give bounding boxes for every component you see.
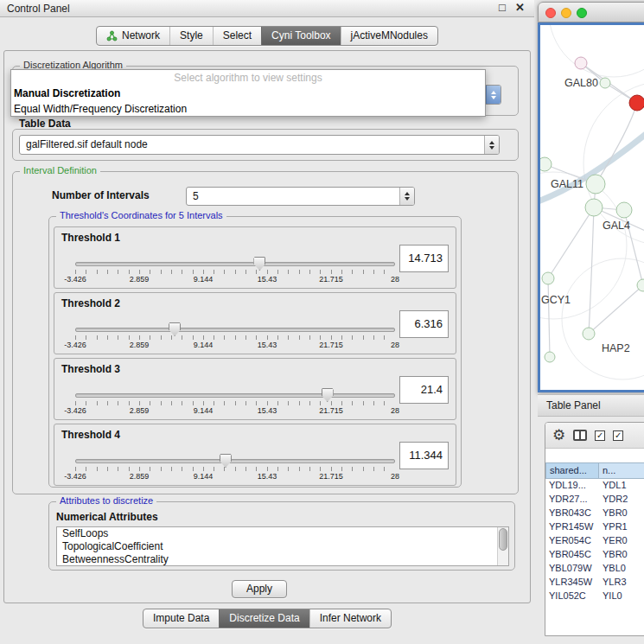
column-header-name[interactable]: n...	[599, 462, 644, 479]
number-of-intervals-value: 5	[193, 188, 199, 206]
control-panel-titlebar: Control Panel □ ✕	[0, 0, 534, 17]
tab-label: Discretize Data	[229, 609, 299, 628]
node-labels: GAL80 GAL11 GAL4 GCY1 HAP2	[541, 77, 630, 354]
network-view-window: GAL80 GAL11 GAL4 GCY1 HAP2	[538, 2, 644, 392]
slider-thumb-icon[interactable]	[220, 454, 232, 468]
table-data-combobox[interactable]: galFiltered.sif default node	[19, 135, 500, 155]
scale-label: 9.144	[194, 341, 214, 349]
threshold-2-value-field[interactable]: 6.316	[399, 310, 449, 338]
tab-select[interactable]: Select	[213, 27, 261, 45]
scrollbar-thumb[interactable]	[499, 528, 507, 551]
threshold-3-slider[interactable]	[75, 393, 395, 398]
threshold-4-panel: Threshold 4 -3.4262.8599.14415.4321.7152…	[54, 424, 456, 486]
numerical-attributes-list[interactable]: SelfLoopsTopologicalCoefficientBetweenne…	[56, 526, 509, 566]
tab-jactivemnodules[interactable]: jActiveMNodules	[341, 27, 437, 45]
table-row[interactable]: YER054CYER0	[545, 534, 644, 548]
gear-icon[interactable]: ⚙	[552, 428, 565, 443]
threshold-1-value-field[interactable]: 14.713	[399, 245, 449, 272]
table-row[interactable]: YDL19...YDL1	[545, 479, 644, 493]
threshold-3-value-field[interactable]: 21.4	[399, 376, 449, 404]
table-cell: YIL052C	[545, 590, 599, 603]
table-cell: YIL0	[599, 590, 644, 603]
network-node-red[interactable]	[629, 95, 644, 111]
scale-label: -3.426	[64, 472, 86, 481]
slider-ticks	[75, 401, 395, 405]
tab-impute-data[interactable]: Impute Data	[143, 609, 219, 628]
screen: Control Panel □ ✕ Network Style Se	[0, 0, 644, 644]
table-row[interactable]: YBR045CYBR0	[545, 548, 644, 562]
window-close-button[interactable]	[545, 8, 556, 18]
table-cell: YPR145W	[545, 520, 599, 534]
close-window-button[interactable]: ✕	[515, 1, 525, 14]
threshold-label: Threshold 4	[61, 429, 120, 441]
window-zoom-button[interactable]	[577, 8, 587, 18]
dropdown-option-manual-discretization[interactable]: Manual Discretization	[11, 86, 485, 101]
slider-thumb-icon[interactable]	[322, 388, 334, 402]
checkbox-icon[interactable]: ✓	[613, 430, 623, 441]
table-cell: YDR2	[599, 493, 644, 507]
threshold-4-value-field[interactable]: 11.344	[399, 442, 449, 469]
combobox-stepper-icon	[399, 188, 414, 205]
network-node[interactable]	[542, 272, 554, 284]
slider-thumb-icon[interactable]	[169, 322, 181, 336]
scale-label: 9.144	[194, 472, 214, 481]
list-scrollbar[interactable]	[497, 527, 508, 565]
slider-thumb-icon[interactable]	[253, 257, 265, 271]
checkbox-icon[interactable]: ✓	[595, 430, 605, 441]
scale-label: 15.43	[258, 406, 277, 415]
threshold-4-slider[interactable]	[75, 459, 395, 463]
scale-label: 2.859	[130, 406, 150, 415]
column-header-shared-name[interactable]: shared...	[545, 462, 599, 479]
table-row[interactable]: YDR27...YDR2	[545, 493, 644, 507]
network-node[interactable]	[585, 199, 603, 216]
table-cell: YBR0	[599, 548, 644, 562]
list-item[interactable]: BetweennessCentrality	[57, 553, 508, 566]
apply-button[interactable]: Apply	[232, 580, 287, 598]
network-canvas[interactable]: GAL80 GAL11 GAL4 GCY1 HAP2	[538, 22, 644, 392]
list-item[interactable]: TopologicalCoefficient	[57, 540, 508, 553]
columns-icon[interactable]	[573, 430, 587, 441]
network-node[interactable]	[545, 352, 555, 362]
tab-network[interactable]: Network	[97, 27, 169, 45]
list-item[interactable]: SelfLoops	[57, 527, 508, 540]
table-row[interactable]: YBR043CYBR0	[545, 507, 644, 520]
tab-discretize-data[interactable]: Discretize Data	[219, 609, 309, 628]
group-title: Threshold's Coordinates for 5 Intervals	[56, 210, 226, 220]
window-minimize-button[interactable]	[561, 8, 571, 18]
scale-label: 15.43	[258, 472, 277, 481]
scale-label: 9.144	[194, 275, 214, 284]
table-row[interactable]: YBL079WYBL0	[545, 562, 644, 576]
table-row[interactable]: YLR345WYLR3	[545, 576, 644, 590]
slider-scale: -3.4262.8599.14415.4321.71528	[75, 406, 395, 417]
network-nodes	[540, 57, 644, 362]
scale-label: 28	[391, 341, 399, 349]
table-cell: YDL19...	[545, 479, 599, 493]
number-of-intervals-combobox[interactable]: 5	[186, 187, 415, 206]
table-panel-header: Table Panel	[538, 394, 644, 417]
table-cell: YBL0	[599, 562, 644, 576]
network-node[interactable]	[540, 157, 552, 171]
network-node[interactable]	[600, 78, 610, 88]
tab-label: Select	[223, 27, 252, 45]
network-node[interactable]	[616, 202, 632, 218]
scale-label: 2.859	[130, 275, 150, 284]
threshold-1-slider[interactable]	[75, 262, 395, 266]
scale-label: -3.426	[64, 406, 86, 415]
dropdown-option-equal-width[interactable]: Equal Width/Frequency Discretization	[11, 101, 485, 117]
tab-style[interactable]: Style	[169, 27, 213, 45]
tab-cyni-toolbox[interactable]: Cyni Toolbox	[261, 27, 340, 45]
table-row[interactable]: YPR145WYPR1	[545, 520, 644, 534]
node-label: GCY1	[541, 294, 571, 306]
threshold-2-slider[interactable]	[75, 328, 395, 332]
table-spacer	[545, 449, 644, 462]
float-window-button[interactable]: □	[499, 1, 506, 14]
network-node[interactable]	[586, 175, 605, 194]
scale-label: 28	[391, 275, 399, 284]
scale-label: 15.43	[258, 275, 277, 284]
tab-label: Style	[180, 27, 203, 45]
table-row[interactable]: YIL052CYIL0	[545, 590, 644, 603]
network-node[interactable]	[575, 57, 587, 69]
scale-label: 21.715	[319, 275, 343, 284]
tab-infer-network[interactable]: Infer Network	[309, 609, 391, 628]
network-node[interactable]	[583, 328, 595, 340]
